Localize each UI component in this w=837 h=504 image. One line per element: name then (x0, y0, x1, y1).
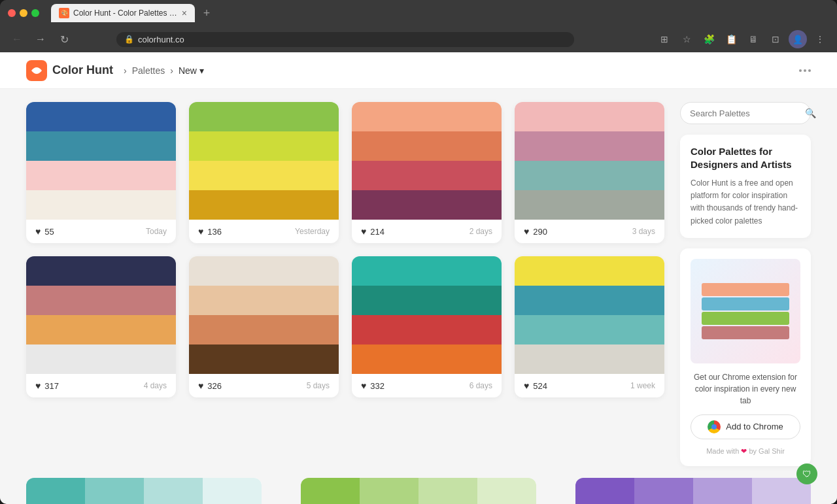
footer-author: by Gal Shir (749, 447, 784, 455)
chrome-logo-icon (708, 420, 721, 433)
color-swatch-8-2 (515, 286, 664, 315)
color-swatch-3-4 (352, 190, 502, 220)
palette-card-8[interactable]: ♥5241 week (515, 256, 664, 397)
bottom-swatch-2-2 (360, 478, 418, 504)
palette-footer-5: ♥3174 days (26, 374, 176, 397)
maximize-button[interactable] (31, 9, 39, 17)
palette-card-5[interactable]: ♥3174 days (26, 256, 176, 397)
minimize-button[interactable] (20, 9, 27, 17)
color-swatch-8-4 (515, 344, 664, 374)
header-menu (799, 69, 811, 72)
palette-colors-2 (189, 102, 339, 220)
spacer (549, 478, 562, 504)
more-options-button[interactable] (799, 69, 811, 72)
color-swatch-3-2 (352, 131, 502, 161)
close-button[interactable] (8, 9, 16, 17)
reload-button[interactable]: ↻ (55, 30, 73, 48)
palette-colors-7 (352, 256, 502, 374)
search-box[interactable]: 🔍 (680, 102, 811, 124)
menu-button[interactable]: ⋮ (811, 30, 829, 48)
url-bar[interactable]: 🔒 colorhunt.co (116, 32, 574, 47)
profile-button[interactable]: 👤 (789, 30, 807, 48)
color-swatch-4-3 (515, 161, 664, 190)
shield-badge: 🛡 (796, 463, 817, 484)
bottom-peek-card-1[interactable] (26, 478, 262, 504)
color-swatch-2-4 (189, 190, 339, 220)
palette-likes-2: ♥136 (198, 226, 222, 237)
url-text: colorhunt.co (138, 35, 566, 44)
ext-color-3 (702, 312, 789, 325)
translate-icon[interactable]: ⊞ (655, 30, 674, 48)
extension-icon-4[interactable]: ⊡ (766, 30, 785, 48)
palette-likes-6: ♥326 (198, 380, 222, 391)
bottom-peek-card-3[interactable] (575, 478, 811, 504)
color-swatch-2-1 (189, 102, 339, 131)
extension-icon-2[interactable]: 📋 (722, 30, 740, 48)
heart-icon: ♥ (524, 380, 529, 391)
color-swatch-6-1 (189, 256, 339, 286)
site-header: Color Hunt › Palettes › New ▾ (0, 52, 837, 89)
main-layout: ♥55Today♥136Yesterday♥2142 days♥2903 day… (0, 89, 837, 478)
toolbar-right: ⊞ ☆ 🧩 📋 🖥 ⊡ 👤 ⋮ (655, 30, 829, 48)
bottom-peek-card-2[interactable] (301, 478, 536, 504)
sidebar-title: Color Palettes for Designers and Artists (691, 145, 800, 171)
heart-icon: ♥ (361, 380, 366, 391)
likes-count: 332 (370, 381, 384, 391)
bottom-swatch-1-2 (85, 478, 144, 504)
color-swatch-1-4 (26, 190, 176, 220)
dot-3 (808, 69, 811, 72)
filter-label: New (179, 65, 197, 76)
palette-footer-1: ♥55Today (26, 220, 176, 243)
search-input[interactable] (690, 109, 800, 118)
search-icon: 🔍 (805, 108, 816, 118)
palette-colors-8 (515, 256, 664, 374)
tab-bar: 🎨 Color Hunt - Color Palettes for... × + (51, 4, 829, 22)
palette-footer-2: ♥136Yesterday (189, 220, 339, 243)
chevron-down-icon: ▾ (199, 65, 204, 76)
color-swatch-5-1 (26, 256, 176, 286)
palette-likes-1: ♥55 (35, 226, 54, 237)
color-swatch-6-4 (189, 344, 339, 374)
breadcrumb: › Palettes › New ▾ (124, 65, 204, 76)
filter-dropdown[interactable]: New ▾ (179, 65, 204, 76)
extension-icon-1[interactable]: 🧩 (700, 30, 718, 48)
browser-window: 🎨 Color Hunt - Color Palettes for... × +… (0, 0, 837, 504)
palette-date-3: 2 days (470, 227, 492, 236)
bottom-peek-row (0, 478, 837, 504)
tab-close-button[interactable]: × (182, 8, 187, 18)
add-to-chrome-button[interactable]: Add to Chrome (691, 414, 800, 439)
extension-icon-3[interactable]: 🖥 (744, 30, 762, 48)
palette-likes-4: ♥290 (524, 226, 547, 237)
palette-colors-4 (515, 102, 664, 220)
new-tab-button[interactable]: + (197, 4, 216, 22)
star-icon[interactable]: ☆ (677, 30, 696, 48)
address-bar: ← → ↻ 🔒 colorhunt.co ⊞ ☆ 🧩 📋 🖥 ⊡ 👤 ⋮ (0, 26, 837, 52)
tab-title: Color Hunt - Color Palettes for... (73, 8, 178, 18)
palette-card-3[interactable]: ♥2142 days (352, 102, 502, 243)
dot-1 (799, 69, 802, 72)
dot-2 (804, 69, 806, 72)
ext-color-1 (702, 283, 789, 296)
extension-preview (702, 283, 789, 339)
sidebar-info: Color Palettes for Designers and Artists… (680, 135, 811, 238)
ext-color-4 (702, 326, 789, 339)
palette-card-6[interactable]: ♥3265 days (189, 256, 339, 397)
palette-card-7[interactable]: ♥3326 days (352, 256, 502, 397)
color-swatch-3-1 (352, 102, 502, 131)
heart-icon: ♥ (35, 226, 41, 237)
logo[interactable]: Color Hunt (26, 60, 113, 81)
likes-count: 290 (533, 227, 547, 237)
palette-card-1[interactable]: ♥55Today (26, 102, 176, 243)
color-swatch-3-3 (352, 161, 502, 190)
active-tab[interactable]: 🎨 Color Hunt - Color Palettes for... × (51, 4, 195, 22)
likes-count: 524 (533, 381, 547, 391)
forward-button[interactable]: → (31, 30, 50, 48)
color-swatch-5-3 (26, 315, 176, 344)
back-button[interactable]: ← (8, 30, 26, 48)
spacer (275, 478, 288, 504)
lock-icon: 🔒 (124, 35, 134, 44)
extension-promo-image (691, 259, 800, 363)
sidebar-desc: Color Hunt is a free and open platform f… (691, 177, 800, 227)
palette-card-2[interactable]: ♥136Yesterday (189, 102, 339, 243)
palette-card-4[interactable]: ♥2903 days (515, 102, 664, 243)
